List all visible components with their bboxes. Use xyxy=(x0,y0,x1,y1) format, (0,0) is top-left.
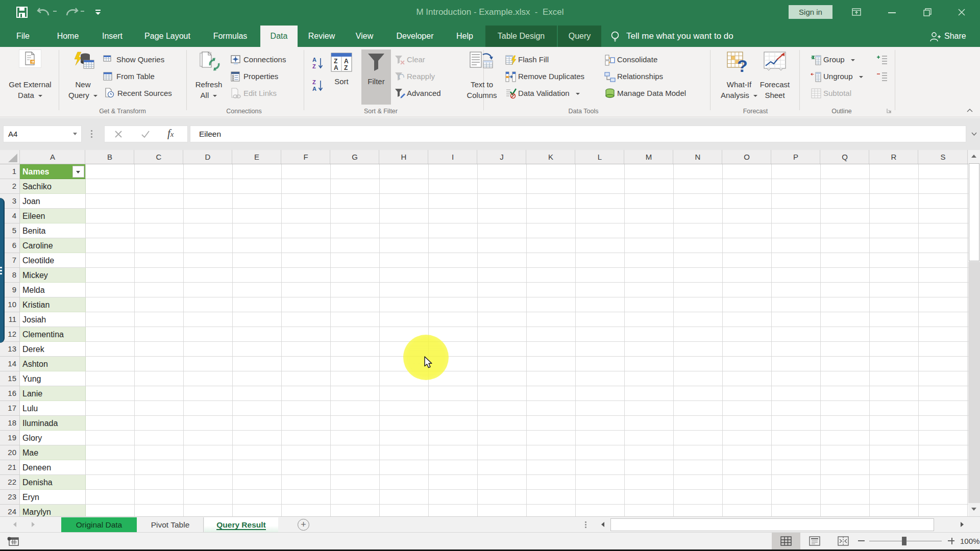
svg-text:Z: Z xyxy=(312,79,316,85)
svg-text:A: A xyxy=(312,57,316,63)
svg-text:A: A xyxy=(312,86,316,92)
svg-text:A: A xyxy=(334,64,338,71)
svg-text:Z: Z xyxy=(312,63,316,69)
svg-text:Z: Z xyxy=(334,58,337,65)
svg-text:Z: Z xyxy=(344,64,348,71)
svg-text:?: ? xyxy=(737,56,748,74)
svg-text:A: A xyxy=(344,58,349,65)
